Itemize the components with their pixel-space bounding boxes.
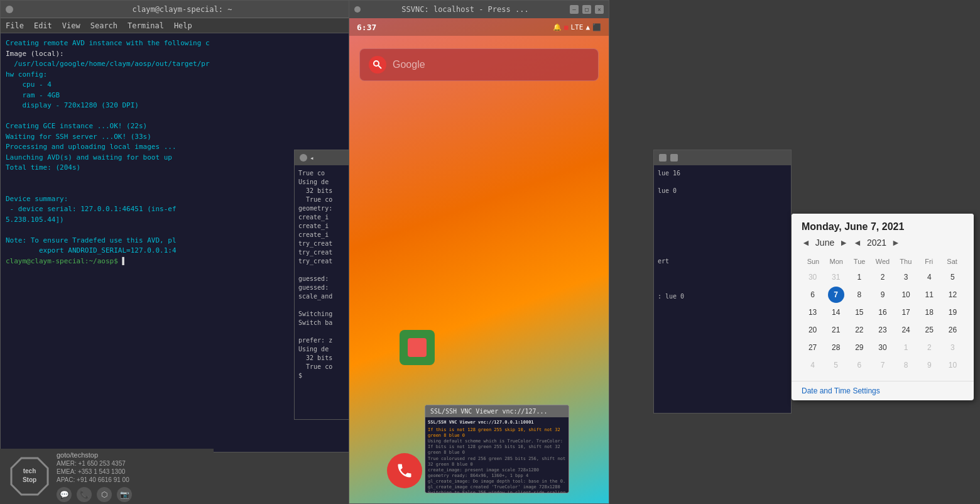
techstop-area: tech Stop goto/techstop AMER: +1 650 253… (0, 449, 214, 504)
menu-search[interactable]: Search (90, 21, 117, 30)
vnc-popup-title: SSL/SSH VNC Viewer vnc://127... (425, 405, 569, 417)
svg-point-0 (374, 61, 379, 66)
android-time: 6:37 (357, 23, 376, 32)
android-statusbar: 6:37 🔔 ■ LTE ▲ ⬛ (349, 18, 609, 36)
cal-day-3[interactable]: 3 (898, 269, 914, 285)
cal-day-23[interactable]: 23 (874, 322, 891, 338)
cal-day-24[interactable]: 24 (898, 322, 914, 338)
ssvnc-maximize-btn[interactable]: □ (582, 5, 591, 14)
cal-day-22[interactable]: 22 (851, 322, 868, 338)
terminal-mid-title-text: ◂ (310, 154, 314, 162)
cal-day-12[interactable]: 12 (944, 287, 961, 303)
cal-day-27[interactable]: 27 (805, 339, 821, 356)
cal-day-26[interactable]: 26 (944, 322, 961, 338)
terminal-line: cpu - 4 (6, 80, 346, 90)
cal-day-10[interactable]: 10 (898, 287, 914, 303)
cal-day-31-prev[interactable]: 31 (828, 269, 844, 285)
day-label-tue: Tue (848, 256, 871, 266)
cal-day-4[interactable]: 4 (921, 269, 937, 285)
social-icon-message[interactable]: 💬 (57, 487, 72, 502)
phone-call-button[interactable] (387, 453, 422, 488)
cal-day-21[interactable]: 21 (828, 322, 844, 338)
cal-day-2[interactable]: 2 (874, 269, 891, 285)
cal-day-29[interactable]: 29 (851, 339, 868, 356)
ssvnc-minimize-btn[interactable]: — (570, 5, 579, 14)
calendar-widget: Monday, June 7, 2021 ◄ June ► ◄ 2021 ► S… (792, 214, 974, 400)
android-search-bar[interactable]: Google (359, 48, 599, 81)
cal-day-2-next[interactable]: 2 (921, 339, 937, 356)
cal-day-8-next[interactable]: 8 (898, 357, 914, 373)
signal-bars: ▲ (585, 23, 590, 31)
calendar-title: Monday, June 7, 2021 (802, 221, 964, 233)
ssvnc-close-dot[interactable] (354, 6, 361, 13)
cal-day-14[interactable]: 14 (828, 304, 844, 320)
cal-day-15[interactable]: 15 (851, 304, 868, 320)
app-icon[interactable] (400, 330, 435, 365)
cal-day-3-next[interactable]: 3 (944, 339, 961, 356)
cal-day-4-next[interactable]: 4 (805, 357, 821, 373)
social-icon-phone[interactable]: 📞 (77, 487, 92, 502)
cal-day-9[interactable]: 9 (874, 287, 891, 303)
cal-day-8[interactable]: 8 (851, 287, 868, 303)
menu-terminal[interactable]: Terminal (128, 21, 164, 30)
techstop-apac: APAC: +91 40 6616 91 00 (57, 476, 132, 483)
cal-day-11[interactable]: 11 (921, 287, 937, 303)
cal-day-5[interactable]: 5 (944, 269, 961, 285)
ssvnc-titlebar: SSVNC: localhost - Press ... — □ ✕ (349, 1, 609, 18)
cal-day-7-today[interactable]: 7 (828, 287, 844, 303)
cal-day-18[interactable]: 18 (921, 304, 937, 320)
ssvnc-close-btn[interactable]: ✕ (595, 5, 604, 14)
day-label-thu: Thu (894, 256, 917, 266)
android-phone-screen: 6:37 🔔 ■ LTE ▲ ⬛ Google (349, 18, 609, 503)
vnc-thumbnail-popup[interactable]: SSL/SSH VNC Viewer vnc://127... SSL/SSH … (425, 405, 569, 493)
terminal-line: hw config: (6, 70, 346, 80)
day-label-sat: Sat (940, 256, 964, 266)
techstop-social-icons: 💬 📞 ⬡ 📷 (57, 487, 132, 502)
terminal-main-titlebar: claym@claym-special: ~ (1, 1, 351, 18)
cal-day-6[interactable]: 6 (805, 287, 821, 303)
cal-day-20[interactable]: 20 (805, 322, 821, 338)
social-icon-camera[interactable]: 📷 (117, 487, 132, 502)
terminal-line: ram - 4GB (6, 90, 346, 101)
cal-day-7-next[interactable]: 7 (874, 357, 891, 373)
titlebar-right-btn1[interactable] (659, 154, 667, 162)
terminal-right-window: lue 16 lue 0 ert : lue 0 (653, 150, 792, 414)
wifi-icon: ⬛ (592, 23, 601, 31)
social-icon-discord[interactable]: ⬡ (97, 487, 112, 502)
titlebar-right-btn2[interactable] (670, 154, 678, 162)
cal-day-9-next[interactable]: 9 (921, 357, 937, 373)
cal-day-19[interactable]: 19 (944, 304, 961, 320)
techstop-emea: EMEA: +353 1 543 1300 (57, 468, 132, 475)
svg-text:Stop: Stop (23, 476, 36, 483)
next-month-btn[interactable]: ► (839, 238, 848, 248)
cal-day-30-prev[interactable]: 30 (805, 269, 821, 285)
next-year-btn[interactable]: ► (891, 238, 900, 248)
terminal-line: Waiting for SSH server ...OK! (33s) (6, 132, 346, 143)
cal-day-10-next[interactable]: 10 (944, 357, 961, 373)
cal-day-5-next[interactable]: 5 (828, 357, 844, 373)
cal-day-28[interactable]: 28 (828, 339, 844, 356)
cal-day-6-next[interactable]: 6 (851, 357, 868, 373)
cal-day-16[interactable]: 16 (874, 304, 891, 320)
calendar-settings-link[interactable]: Date and Time Settings (792, 381, 974, 400)
app-icon-inner (408, 338, 427, 357)
cal-day-13[interactable]: 13 (805, 304, 821, 320)
menu-help[interactable]: Help (174, 21, 192, 30)
titlebar-mid-close[interactable] (300, 154, 307, 162)
menu-file[interactable]: File (6, 21, 24, 30)
techstop-info: goto/techstop AMER: +1 650 253 4357 EMEA… (57, 451, 132, 502)
cal-day-30[interactable]: 30 (874, 339, 891, 356)
status-icons: 🔔 ■ LTE ▲ ⬛ (553, 23, 601, 31)
cal-day-17[interactable]: 17 (898, 304, 914, 320)
menu-view[interactable]: View (62, 21, 80, 30)
cal-day-1-next[interactable]: 1 (898, 339, 914, 356)
prev-year-btn[interactable]: ◄ (853, 238, 862, 248)
cal-day-1[interactable]: 1 (851, 269, 868, 285)
search-placeholder: Google (393, 59, 425, 70)
day-label-wed: Wed (871, 256, 895, 266)
prev-month-btn[interactable]: ◄ (802, 238, 810, 248)
cal-day-25[interactable]: 25 (921, 322, 937, 338)
titlebar-close-btn[interactable] (6, 6, 13, 13)
menu-edit[interactable]: Edit (34, 21, 52, 30)
calendar-nav: ◄ June ► ◄ 2021 ► (802, 238, 964, 248)
